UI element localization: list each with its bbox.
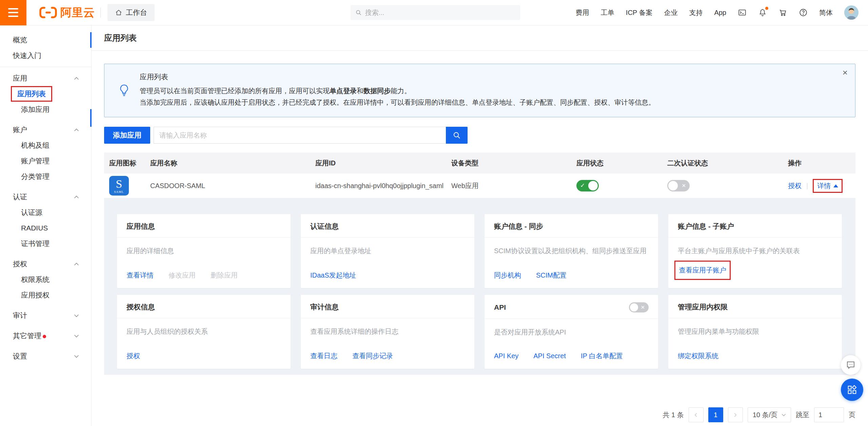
app-id: idaas-cn-shanghai-pvl0hq0ojjpplugin_saml [310, 182, 446, 190]
authorize-card-link[interactable]: 授权 [126, 351, 140, 361]
sidebar-item-account-management[interactable]: 账户管理 [0, 153, 91, 169]
close-icon[interactable]: × [843, 68, 848, 77]
device-type: Web应用 [446, 181, 571, 190]
sidebar-group-authentication[interactable]: 认证 [0, 189, 91, 205]
app-name: CASDOOR-SAML [145, 182, 310, 190]
col-app-id: 应用ID [310, 159, 446, 168]
nav-item-app[interactable]: App [714, 9, 726, 17]
table-row: S SAML CASDOOR-SAML idaas-cn-shanghai-pv… [104, 174, 855, 198]
sync-org-link[interactable]: 同步机构 [494, 271, 521, 280]
idaas-sso-url-link[interactable]: IDaaS发起地址 [310, 271, 356, 280]
sidebar-item-certificate-management[interactable]: 证书管理 [0, 236, 91, 251]
jump-label: 跳至 [796, 410, 809, 420]
bind-permission-system-link[interactable]: 绑定权限系统 [678, 351, 718, 361]
sidebar-group-applications[interactable]: 应用 [0, 70, 91, 86]
card-title: 账户信息 - 同步 [494, 222, 543, 231]
card-audit-info: 审计信息 查看应用系统详细的操作日志 查看日志 查看同步记录 [301, 295, 474, 369]
cart-icon[interactable] [778, 8, 787, 17]
active-item-label: 应用列表 [17, 90, 46, 98]
lightbulb-icon [118, 72, 130, 108]
jump-suffix: 页 [849, 410, 855, 420]
user-avatar[interactable] [844, 5, 859, 20]
sidebar-item-app-authorization[interactable]: 应用授权 [0, 287, 91, 303]
help-icon[interactable] [799, 8, 808, 17]
card-title: 管理应用内权限 [678, 302, 728, 312]
sidebar-group-accounts[interactable]: 账户 [0, 122, 91, 138]
sidebar-item-quickstart[interactable]: 快速入门 [0, 48, 91, 63]
group-label: 认证 [13, 192, 27, 202]
col-app-status: 应用状态 [571, 159, 662, 168]
application-search-input[interactable] [154, 127, 446, 144]
global-search-input[interactable] [365, 9, 515, 17]
sidebar-group-authorization[interactable]: 授权 [0, 256, 91, 272]
search-button[interactable] [446, 127, 468, 144]
modify-app-link[interactable]: 修改应用 [169, 271, 196, 280]
sidebar-group-settings[interactable]: 设置 [0, 348, 91, 364]
detail-link[interactable]: 详情 [817, 181, 831, 190]
delete-app-link[interactable]: 删除应用 [211, 271, 238, 280]
chevron-down-icon [74, 314, 79, 317]
nav-item-tickets[interactable]: 工单 [601, 8, 614, 17]
api-secret-link[interactable]: API Secret [533, 352, 566, 360]
page-size-select[interactable]: 10 条/页 [748, 407, 791, 422]
view-sync-records-link[interactable]: 查看同步记录 [352, 351, 393, 361]
sidebar-item-auth-sources[interactable]: 认证源 [0, 205, 91, 220]
group-label: 设置 [13, 351, 27, 361]
group-label: 审计 [13, 311, 27, 320]
jump-page-input[interactable] [814, 407, 844, 422]
application-search [154, 127, 468, 144]
app-status-toggle-on[interactable]: ✓ [576, 180, 599, 191]
workbench-button[interactable]: 工作台 [107, 4, 155, 21]
chevron-down-icon [74, 355, 79, 358]
notifications-bell-icon[interactable] [758, 8, 767, 17]
app-launcher-button[interactable] [841, 379, 863, 401]
next-page-button[interactable] [728, 407, 743, 422]
sidebar-group-audit[interactable]: 审计 [0, 308, 91, 323]
view-logs-link[interactable]: 查看日志 [310, 351, 337, 361]
authorize-link[interactable]: 授权 [788, 181, 802, 190]
add-application-button[interactable]: 添加应用 [104, 127, 150, 144]
view-details-link[interactable]: 查看详情 [126, 271, 154, 280]
cloudshell-icon[interactable] [738, 8, 747, 17]
group-label: 授权 [13, 259, 27, 269]
sidebar-group-other-management[interactable]: 其它管理 [0, 328, 91, 344]
nav-item-enterprise[interactable]: 企业 [664, 8, 677, 17]
chevron-down-icon [74, 334, 79, 338]
scim-config-link[interactable]: SCIM配置 [536, 271, 567, 280]
saml-app-icon: S SAML [109, 176, 129, 196]
nav-item-icp[interactable]: ICP 备案 [626, 8, 653, 17]
nav-item-billing[interactable]: 费用 [576, 8, 589, 17]
prev-page-button[interactable] [689, 407, 704, 422]
alibaba-cloud-logo[interactable]: 阿里云 [39, 5, 95, 20]
sidebar-item-overview[interactable]: 概览 [0, 32, 91, 48]
card-title: 授权信息 [126, 302, 155, 312]
mfa-status-toggle-off[interactable]: ✕ [667, 180, 690, 191]
page-content: × 应用列表 管理员可以在当前页面管理已经添加的所有应用，应用可以实现单点登录和… [92, 51, 868, 422]
api-toggle-off[interactable]: ✕ [629, 302, 649, 312]
alibaba-cloud-bracket-icon [39, 6, 57, 19]
search-icon [453, 131, 461, 139]
api-key-link[interactable]: API Key [494, 352, 518, 360]
hamburger-menu-icon[interactable] [0, 0, 26, 25]
app-grid-icon [847, 385, 857, 395]
sidebar-item-radius[interactable]: RADIUS [0, 220, 91, 236]
triangle-up-icon [833, 184, 838, 187]
sidebar-item-application-list[interactable]: 应用列表 [0, 86, 91, 102]
annotation-red-box: 应用列表 [11, 86, 52, 102]
sidebar-item-permission-systems[interactable]: 权限系统 [0, 272, 91, 287]
global-search[interactable] [351, 5, 520, 20]
page-1-button[interactable]: 1 [708, 407, 723, 422]
col-actions: 操作 [783, 159, 855, 168]
ip-whitelist-link[interactable]: IP 白名单配置 [581, 351, 623, 361]
total-count: 共 1 条 [663, 410, 684, 420]
card-description: 应用的详细信息 [126, 246, 281, 256]
sidebar-item-add-application[interactable]: 添加应用 [0, 102, 91, 117]
view-sub-accounts-link[interactable]: 查看应用子账户 [679, 266, 726, 274]
feedback-chat-button[interactable] [841, 355, 861, 375]
nav-item-support[interactable]: 支持 [689, 8, 703, 17]
brand-text: 阿里云 [60, 5, 95, 20]
language-switch[interactable]: 简体 [819, 8, 833, 17]
sidebar-item-category-management[interactable]: 分类管理 [0, 169, 91, 184]
sidebar-item-org-groups[interactable]: 机构及组 [0, 138, 91, 153]
card-description: SCIM协议设置以及把组织机构、组同步推送至应用 [494, 246, 649, 256]
